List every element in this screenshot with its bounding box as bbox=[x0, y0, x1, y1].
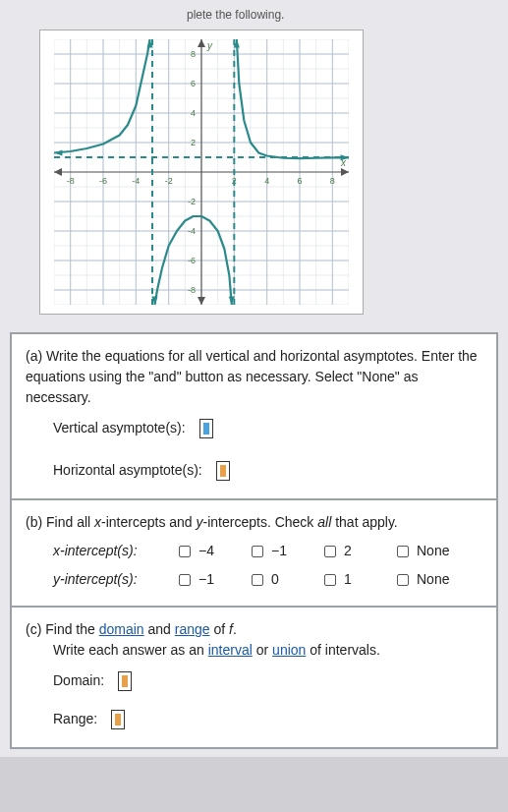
part-b-all: all bbox=[317, 514, 331, 530]
x-intercept-label: x-intercept(s): bbox=[53, 543, 138, 558]
part-b-y: y bbox=[197, 514, 203, 530]
checkbox-icon bbox=[397, 574, 409, 586]
question-table: (a) Write the equations for all vertical… bbox=[10, 332, 498, 749]
y-opt-3[interactable]: None bbox=[397, 569, 454, 590]
header-fragment: plete the following. bbox=[10, 8, 498, 26]
x-opt-1[interactable]: −1 bbox=[252, 541, 309, 561]
y-intercept-label: y-intercept(s): bbox=[53, 571, 138, 587]
svg-text:4: 4 bbox=[191, 108, 196, 118]
svg-text:8: 8 bbox=[191, 49, 196, 59]
y-opt-0-label: −1 bbox=[198, 569, 214, 590]
checkbox-icon bbox=[397, 546, 409, 557]
y-opt-2[interactable]: 1 bbox=[324, 569, 381, 590]
part-c-pre: Find the bbox=[45, 621, 98, 637]
checkbox-icon bbox=[179, 574, 191, 586]
range-input[interactable] bbox=[111, 710, 125, 729]
y-opt-1[interactable]: 0 bbox=[252, 569, 309, 590]
svg-text:4: 4 bbox=[264, 176, 269, 186]
domain-link[interactable]: domain bbox=[99, 621, 144, 637]
svg-text:y: y bbox=[206, 40, 213, 51]
part-b-x: x bbox=[94, 514, 101, 530]
union-link[interactable]: union bbox=[272, 642, 306, 658]
svg-text:-4: -4 bbox=[188, 226, 196, 236]
part-c-line2-pre: Write each answer as an bbox=[53, 642, 208, 658]
part-a-label: (a) bbox=[26, 348, 42, 364]
svg-text:2: 2 bbox=[191, 138, 196, 147]
domain-input[interactable] bbox=[118, 671, 132, 691]
svg-text:-4: -4 bbox=[132, 176, 140, 186]
svg-marker-58 bbox=[198, 39, 205, 47]
svg-text:6: 6 bbox=[297, 176, 302, 186]
svg-text:-2: -2 bbox=[165, 176, 173, 186]
svg-marker-56 bbox=[341, 168, 349, 176]
vertical-asymptote-input[interactable] bbox=[199, 419, 213, 438]
x-opt-0[interactable]: −4 bbox=[179, 541, 236, 561]
y-opt-0[interactable]: −1 bbox=[179, 569, 236, 590]
checkbox-icon bbox=[324, 546, 336, 557]
part-c-or: or bbox=[253, 642, 272, 658]
x-opt-0-label: −4 bbox=[198, 541, 214, 561]
checkbox-icon bbox=[252, 574, 263, 586]
part-a-text: Write the equations for all vertical and… bbox=[26, 348, 478, 405]
part-b-text-pre: Find all bbox=[46, 514, 94, 530]
range-link[interactable]: range bbox=[175, 621, 210, 637]
x-opt-3-label: None bbox=[417, 541, 449, 561]
y-opt-3-label: None bbox=[417, 569, 449, 590]
part-c-of: of bbox=[210, 621, 229, 637]
part-b-post: -intercepts. Check bbox=[203, 514, 318, 530]
part-c-cell: (c) Find the domain and range of f. Writ… bbox=[11, 607, 497, 748]
part-b-label: (b) bbox=[26, 514, 42, 530]
checkbox-icon bbox=[252, 546, 263, 557]
horizontal-asymptote-input[interactable] bbox=[216, 461, 230, 481]
part-c-period: . bbox=[233, 621, 237, 637]
domain-label: Domain: bbox=[53, 670, 104, 691]
vertical-asymptote-label: Vertical asymptote(s): bbox=[53, 418, 186, 438]
function-graph: -8-6-4-22468-8-6-4-22468xy bbox=[54, 39, 349, 305]
interval-link[interactable]: interval bbox=[208, 642, 253, 658]
svg-text:-8: -8 bbox=[67, 176, 75, 186]
svg-marker-57 bbox=[54, 168, 62, 176]
svg-marker-59 bbox=[198, 297, 205, 305]
y-opt-1-label: 0 bbox=[271, 569, 279, 590]
part-c-line2-end: of intervals. bbox=[306, 642, 379, 658]
svg-text:-6: -6 bbox=[99, 176, 107, 186]
range-label: Range: bbox=[53, 709, 97, 729]
checkbox-icon bbox=[179, 546, 191, 557]
svg-text:8: 8 bbox=[330, 176, 335, 186]
svg-text:6: 6 bbox=[191, 79, 196, 88]
horizontal-asymptote-label: Horizontal asymptote(s): bbox=[53, 460, 202, 481]
part-b-mid: -intercepts and bbox=[101, 514, 197, 530]
part-b-cell: (b) Find all x-intercepts and y-intercep… bbox=[11, 499, 497, 607]
part-a-cell: (a) Write the equations for all vertical… bbox=[11, 333, 497, 499]
part-c-and: and bbox=[144, 621, 175, 637]
x-opt-2[interactable]: 2 bbox=[324, 541, 381, 561]
svg-text:-8: -8 bbox=[188, 285, 196, 295]
svg-marker-81 bbox=[54, 149, 62, 155]
part-b-end: that apply. bbox=[331, 514, 397, 530]
svg-text:-6: -6 bbox=[188, 256, 196, 265]
checkbox-icon bbox=[324, 574, 336, 586]
x-opt-2-label: 2 bbox=[344, 541, 352, 561]
svg-text:-2: -2 bbox=[188, 197, 196, 206]
graph-container: -8-6-4-22468-8-6-4-22468xy bbox=[39, 29, 364, 315]
x-opt-3[interactable]: None bbox=[397, 541, 454, 561]
y-opt-2-label: 1 bbox=[344, 569, 352, 590]
x-opt-1-label: −1 bbox=[271, 541, 287, 561]
part-c-label: (c) bbox=[26, 621, 41, 637]
